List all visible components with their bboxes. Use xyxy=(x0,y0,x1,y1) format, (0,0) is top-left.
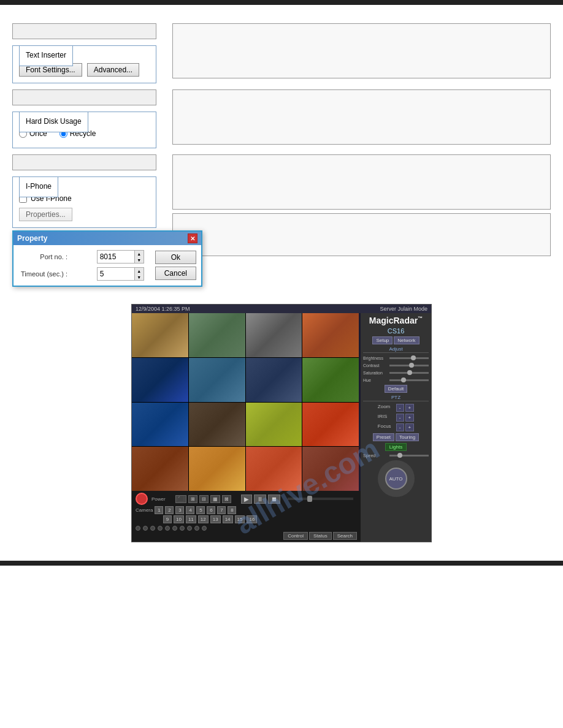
tab-control[interactable]: Control xyxy=(283,532,308,540)
cam-btn-13[interactable]: 13 xyxy=(210,515,221,523)
focus-dec-button[interactable]: - xyxy=(396,423,404,431)
speed-track[interactable] xyxy=(389,455,429,457)
cam-btn-1[interactable]: 1 xyxy=(155,506,163,514)
cam-btn-15[interactable]: 15 xyxy=(235,515,245,523)
auto-button[interactable]: AUTO xyxy=(385,468,407,490)
saturation-track[interactable] xyxy=(389,372,429,374)
cam-btn-10[interactable]: 10 xyxy=(174,515,184,523)
brightness-track[interactable] xyxy=(389,357,429,359)
touring-button[interactable]: Touring xyxy=(396,433,419,441)
hard-disk-input[interactable] xyxy=(12,89,156,105)
port-spin-up[interactable]: ▲ xyxy=(135,251,144,257)
power-button[interactable] xyxy=(136,493,148,505)
cam-btn-7[interactable]: 7 xyxy=(217,506,226,514)
dialog-close-button[interactable]: ✕ xyxy=(188,233,197,243)
layout-btn-4[interactable]: ▦ xyxy=(210,495,220,503)
iphone-group: I-Phone Use I-Phone Properties... xyxy=(12,176,156,228)
cam-btn-8[interactable]: 8 xyxy=(228,506,236,514)
camera-cell-3 xyxy=(246,313,302,357)
cam-btn-14[interactable]: 14 xyxy=(223,515,233,523)
preset-button[interactable]: Preset xyxy=(373,433,394,441)
cam-btn-16[interactable]: 16 xyxy=(247,515,257,523)
iphone-input[interactable] xyxy=(12,154,156,170)
port-input-wrap: ▲ ▼ xyxy=(97,250,144,264)
cam-btn-9[interactable]: 9 xyxy=(163,515,172,523)
stop-button[interactable]: ⏹ xyxy=(268,495,280,504)
layout-btn-5[interactable]: ⊠ xyxy=(222,495,231,503)
indicator-4 xyxy=(158,526,163,531)
cam-btn-6[interactable]: 6 xyxy=(207,506,215,514)
cam-btn-4[interactable]: 4 xyxy=(186,506,194,514)
zoom-inc-button[interactable]: + xyxy=(405,404,415,412)
camera-cell-9 xyxy=(132,403,188,447)
cam-btn-3[interactable]: 3 xyxy=(175,506,184,514)
property-dialog: Property ✕ Port no. : ▲ ▼ xyxy=(12,230,202,287)
camera-cell-14 xyxy=(189,447,245,491)
port-spin-down[interactable]: ▼ xyxy=(135,257,144,263)
playback-controls-row: Power ⬛ ⊞ ⊟ ▦ ⊠ ▶ ⏸ ⏹ xyxy=(136,493,357,505)
lights-button[interactable]: Lights xyxy=(385,443,407,451)
cam-btn-11[interactable]: 11 xyxy=(186,515,196,523)
camera-cell-4 xyxy=(302,313,359,357)
text-inserter-description xyxy=(172,23,551,78)
port-input[interactable] xyxy=(98,251,134,262)
iris-inc-button[interactable]: + xyxy=(405,414,415,422)
timeout-input[interactable] xyxy=(98,268,134,279)
indicator-8 xyxy=(187,526,192,531)
timeout-spin-up[interactable]: ▲ xyxy=(135,268,144,274)
main-content: Text Inserter Font Settings... Advanced.… xyxy=(0,17,563,548)
indicator-1 xyxy=(136,526,140,531)
layout-buttons: ⬛ ⊞ ⊟ ▦ ⊠ xyxy=(175,495,231,503)
hue-row: Hue xyxy=(363,378,429,382)
progress-bar xyxy=(288,498,353,500)
layout-btn-2[interactable]: ⊞ xyxy=(188,495,197,503)
indicator-7 xyxy=(180,526,185,531)
play-button[interactable]: ▶ xyxy=(241,495,252,504)
dialog-fields: Port no. : ▲ ▼ Timeout (sec.) : xyxy=(18,250,144,281)
hard-disk-section: Hard Disk Usage Once Recycle xyxy=(12,89,551,148)
preset-touring-row: Preset Touring xyxy=(363,433,429,441)
dialog-title: Property xyxy=(17,234,47,243)
timeout-field-row: Timeout (sec.) : ▲ ▼ xyxy=(18,267,144,281)
cam-btn-2[interactable]: 2 xyxy=(165,506,174,514)
text-inserter-section: Text Inserter Font Settings... Advanced.… xyxy=(12,23,551,83)
timeout-spin-down[interactable]: ▼ xyxy=(135,274,144,280)
tab-search[interactable]: Search xyxy=(333,532,357,540)
hard-disk-group: Hard Disk Usage Once Recycle xyxy=(12,112,156,148)
cam-btn-5[interactable]: 5 xyxy=(196,506,205,514)
tab-status[interactable]: Status xyxy=(309,532,332,540)
port-spin-btns: ▲ ▼ xyxy=(134,251,144,263)
hue-track[interactable] xyxy=(389,379,429,381)
pause-button[interactable]: ⏸ xyxy=(254,495,266,504)
network-button[interactable]: Network xyxy=(394,336,419,344)
progress-thumb xyxy=(307,496,312,502)
contrast-label: Contrast xyxy=(363,363,388,368)
camera-cell-16 xyxy=(302,447,359,491)
iris-dec-button[interactable]: - xyxy=(396,414,404,422)
setup-button[interactable]: Setup xyxy=(372,336,393,344)
cam-btn-12[interactable]: 12 xyxy=(198,515,209,523)
app-screenshot: 12/9/2004 1:26:35 PM Server Julain Mode xyxy=(131,304,432,542)
text-inserter-input[interactable] xyxy=(12,23,156,39)
ptz-label: PTZ xyxy=(363,395,429,401)
dialog-ok-button[interactable]: Ok xyxy=(155,251,196,264)
speed-label: Speed xyxy=(363,453,388,458)
power-label: Power xyxy=(151,496,166,502)
contrast-track[interactable] xyxy=(389,365,429,366)
zoom-row: Zoom - + xyxy=(363,404,429,412)
brightness-label: Brightness xyxy=(363,356,388,360)
dialog-cancel-button[interactable]: Cancel xyxy=(155,267,196,280)
focus-inc-button[interactable]: + xyxy=(405,423,415,431)
advanced-button[interactable]: Advanced... xyxy=(87,63,139,77)
layout-btn-3[interactable]: ⊟ xyxy=(199,495,209,503)
zoom-dec-button[interactable]: - xyxy=(396,404,404,412)
properties-button[interactable]: Properties... xyxy=(19,208,72,221)
lights-btn-wrap: Lights xyxy=(363,443,429,451)
indicator-9 xyxy=(194,526,199,531)
dialog-body: Port no. : ▲ ▼ Timeout (sec.) : xyxy=(13,245,201,286)
app-right-panel: MagicRadar™ CS16 Setup Network Adjust Br… xyxy=(361,313,431,542)
layout-btn-1[interactable]: ⬛ xyxy=(175,495,186,503)
joystick[interactable]: AUTO xyxy=(378,460,415,497)
timeout-label: Timeout (sec.) : xyxy=(18,270,67,278)
default-button[interactable]: Default xyxy=(385,385,407,393)
